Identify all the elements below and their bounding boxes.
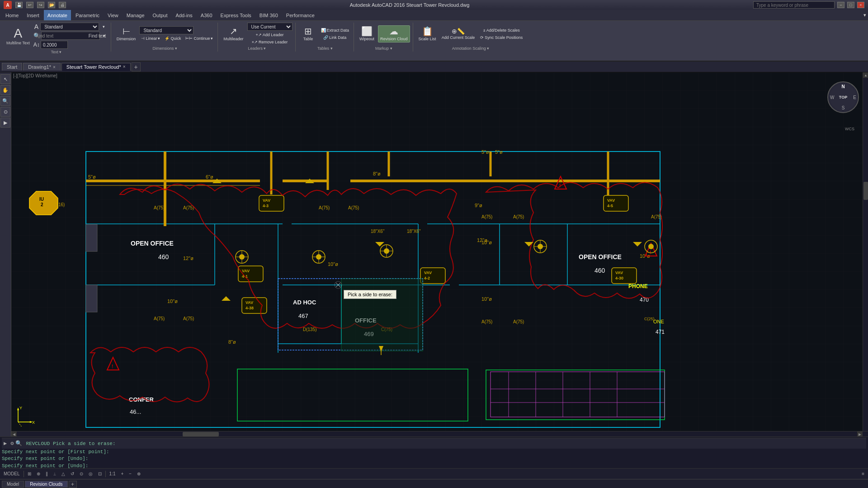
model-button[interactable]: MODEL — [2, 469, 22, 479]
text-style-select[interactable]: Standard — [40, 23, 99, 31]
quick-dim-button[interactable]: ⚡ Quick — [163, 35, 183, 42]
menu-express[interactable]: Express Tools — [217, 10, 255, 20]
transparency-btn[interactable]: ◎ — [87, 469, 94, 479]
remove-leader-button[interactable]: ×↗ Remove Leader — [247, 39, 292, 45]
add-current-scale-button[interactable]: ⊕📏 Add Current Scale — [440, 27, 477, 41]
menu-insert[interactable]: Insert — [23, 10, 43, 20]
add-layout-btn[interactable]: + — [69, 481, 77, 488]
cmdline-recent-btn[interactable]: ▶ — [4, 440, 7, 447]
doc-tab-drawing1[interactable]: Drawing1* × — [23, 63, 61, 71]
ribbon-content: A Multiline Text A Standard ▾ 🔍 Find — [0, 21, 868, 52]
doc-tab-revcloud-close[interactable]: × — [123, 64, 126, 69]
lineweight-btn[interactable]: ⊙ — [78, 469, 85, 479]
zoom-out-btn[interactable]: − — [127, 469, 133, 479]
menu-a360[interactable]: A360 — [197, 10, 216, 20]
scroll-thumb-h[interactable] — [183, 432, 219, 436]
menu-bim360[interactable]: BIM 360 — [256, 10, 282, 20]
svg-text:A(75): A(75) — [154, 205, 165, 210]
customize-btn[interactable]: ≡ — [860, 469, 866, 479]
quick-access-undo[interactable]: ↩ — [26, 2, 33, 8]
quick-access-open[interactable]: 📂 — [48, 2, 55, 8]
minimize-button[interactable]: − — [837, 2, 844, 8]
quick-access-print[interactable]: 🖨 — [59, 2, 66, 8]
ortho-btn[interactable]: ∥ — [44, 469, 50, 479]
close-button[interactable]: × — [857, 2, 864, 8]
leaders-group-content: ↗ Multileader Use Current +↗ Add Leader … — [222, 23, 292, 45]
scroll-right-arrow[interactable]: ▶ — [857, 431, 863, 436]
doc-tab-drawing1-close[interactable]: × — [53, 65, 56, 70]
extract-data-button[interactable]: 📊 Extract Data — [319, 27, 351, 33]
svg-text:AD HOC: AD HOC — [293, 299, 316, 306]
tool-pointer[interactable]: ↖ — [0, 74, 10, 84]
continue-dim-button[interactable]: ⊢⊢ Continue▾ — [184, 35, 215, 42]
canvas-area[interactable]: [-][Top][2D Wireframe] — [11, 72, 868, 436]
menu-performance[interactable]: Performance — [283, 10, 318, 20]
wipeout-button[interactable]: ⬜ Wipeout — [358, 26, 376, 42]
scroll-left-arrow[interactable]: ◀ — [11, 431, 17, 436]
grid-display-btn[interactable]: ⊞ — [26, 469, 33, 479]
horizontal-scrollbar[interactable]: ◀ ▶ — [11, 431, 868, 436]
revision-cloud-button[interactable]: ☁ Revision Cloud — [378, 25, 410, 43]
sync-scale-button[interactable]: ⟳ Sync Scale Positions — [478, 34, 524, 41]
dim-style-select[interactable]: Standard — [139, 26, 193, 34]
menu-annotate[interactable]: Annotate — [44, 10, 71, 20]
add-delete-scales-button[interactable]: ± Add/Delete Scales — [478, 27, 524, 33]
scroll-thumb-v[interactable] — [863, 182, 868, 200]
maximize-button[interactable]: □ — [847, 2, 854, 8]
left-toolbar: ↖ ✋ 🔍 ⊙ ▶ — [0, 72, 11, 436]
quick-access-save[interactable]: 💾 — [15, 2, 23, 8]
quick-access-redo[interactable]: ↪ — [37, 2, 44, 8]
linear-dim-button[interactable]: ⊣ Linear▾ — [139, 35, 162, 42]
model-label: MODEL — [4, 471, 20, 476]
tool-showmotion[interactable]: ▶ — [0, 118, 10, 128]
ribbon-toggle[interactable]: ▾ — [863, 12, 866, 18]
isnap-btn[interactable]: △ — [60, 469, 67, 479]
cmdline-options-btn[interactable]: ⚙ — [10, 440, 14, 447]
add-leader-button[interactable]: +↗ Add Leader — [247, 32, 292, 38]
new-tab-button[interactable]: + — [132, 62, 141, 71]
svg-text:4-2: 4-2 — [424, 276, 430, 280]
text-style-btn[interactable]: ▾ — [100, 24, 107, 30]
dimension-button[interactable]: ⊢ Dimension — [115, 26, 138, 42]
leader-style-select[interactable]: Use Current — [247, 23, 292, 31]
doc-tab-start[interactable]: Start — [2, 63, 22, 71]
dynamic-input-btn[interactable]: ↺ — [69, 469, 76, 479]
doc-tab-revcloud[interactable]: Steuart Tower Revcloud* × — [61, 63, 131, 71]
tool-pan[interactable]: ✋ — [0, 85, 10, 95]
model-tab[interactable]: Model — [2, 481, 24, 488]
scale-list-label: Scale List — [419, 37, 436, 41]
multileader-button[interactable]: ↗ Multileader — [222, 26, 245, 42]
table-button[interactable]: ⊞ Table — [299, 26, 317, 42]
cmdline-search-btn[interactable]: 🔍 — [15, 440, 22, 447]
window-title: Autodesk AutoCAD 2016 Steuart Tower Revc… — [66, 2, 753, 8]
menu-home[interactable]: Home — [2, 10, 22, 20]
tool-zoom[interactable]: 🔍 — [0, 96, 10, 106]
annotation-scale[interactable]: 1:1 — [108, 469, 118, 479]
multiline-text-button[interactable]: A Multiline Text — [5, 24, 32, 47]
menu-parametric[interactable]: Parametric — [72, 10, 103, 20]
vertical-scrollbar[interactable]: ▲ ▼ — [863, 72, 868, 436]
text-height-input[interactable] — [41, 41, 68, 49]
main-area: ↖ ✋ 🔍 ⊙ ▶ [-][Top][2D Wireframe] — [0, 72, 868, 436]
workspace-btn[interactable]: ⊕ — [135, 469, 142, 479]
scroll-up-arrow[interactable]: ▲ — [863, 72, 868, 78]
find-text-input[interactable] — [41, 32, 100, 40]
revision-clouds-tab[interactable]: Revision Clouds — [25, 481, 67, 488]
search-input[interactable] — [753, 1, 835, 9]
menu-manage[interactable]: Manage — [123, 10, 148, 20]
find-text-options[interactable]: ▾ — [101, 33, 108, 39]
add-leader-icon: +↗ — [256, 33, 262, 37]
snap-btn[interactable]: ⊕ — [35, 469, 42, 479]
link-data-button[interactable]: 🔗 Link Data — [319, 34, 351, 41]
tool-orbit[interactable]: ⊙ — [0, 107, 10, 117]
menu-view[interactable]: View — [104, 10, 122, 20]
svg-text:A(75): A(75) — [183, 205, 194, 210]
tables-group-label: Tables ▾ — [299, 46, 351, 52]
menu-output[interactable]: Output — [149, 10, 171, 20]
scale-list-button[interactable]: 📋 Scale List — [417, 26, 438, 42]
menu-addins[interactable]: Add-ins — [172, 10, 196, 20]
selection-btn[interactable]: ⊡ — [96, 469, 104, 479]
polar-btn[interactable]: ⟂ — [52, 469, 58, 479]
zoom-in-btn[interactable]: + — [119, 469, 125, 479]
find-icon: 🔍 — [33, 33, 40, 39]
